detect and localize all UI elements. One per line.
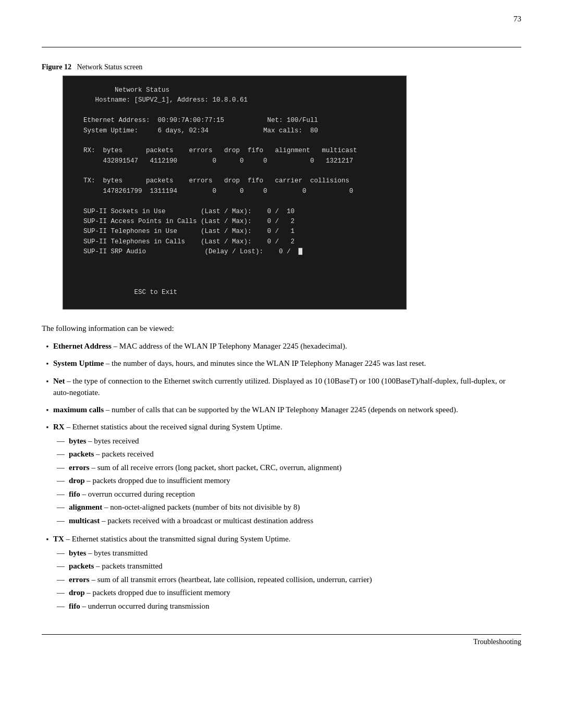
screen-sup4: SUP-II Telephones in Calls (Last / Max):… [76,237,394,247]
dash-content-rx-multicast: multicast – packets received with a broa… [69,515,521,527]
dash-content-rx-bytes: bytes – bytes received [69,435,521,447]
page-container: 73 Figure 12 Network Status screen Netwo… [0,0,563,677]
network-status-screen: Network Status Hostname: [SUPV2_1], Addr… [63,76,407,310]
screen-blank5 [76,257,394,267]
bullet-dot: • [42,340,53,353]
screen-esc-line: ESC to Exit [76,288,394,298]
dash-content-rx-packets: packets – packets received [69,448,521,460]
term-rx: RX [53,423,65,431]
dash-content-tx-packets: packets – packets transmitted [69,560,521,572]
term-tx-drop: drop [69,588,85,597]
list-item-ethernet: • Ethernet Address – MAC address of the … [42,340,521,353]
body-intro: The following information can be viewed: [42,324,521,333]
dash-content-rx-drop: drop – packets dropped due to insufficie… [69,475,521,487]
screen-rx-values: 432891547 4112190 0 0 0 0 1321217 [76,156,394,166]
dash-content-tx-errors: errors – sum of all transmit errors (hea… [69,574,521,586]
footer-text: Troubleshooting [473,638,521,646]
text-maxcalls: – number of calls that can be supported … [106,405,458,414]
text-rx: – Ethernet statistics about the received… [66,423,282,431]
term-tx-errors: errors [69,575,90,584]
term-rx-multicast: multicast [69,516,100,525]
dash-content-rx-alignment: alignment – non-octet-aligned packets (n… [69,501,521,513]
bullet-content-uptime: System Uptime – the number of days, hour… [53,357,521,369]
list-item-rx: • RX – Ethernet statistics about the rec… [42,421,521,528]
bullet-dot: • [42,375,53,388]
dash-item-rx-multicast: — multicast – packets received with a br… [53,515,521,527]
figure-number: Figure 12 [42,63,71,71]
dash-item-tx-errors: — errors – sum of all transmit errors (h… [53,574,521,586]
term-ethernet: Ethernet Address [53,342,112,350]
text-tx: – Ethernet statistics about the transmit… [66,535,291,543]
dash-content-rx-fifo: fifo – overrun occurred during reception [69,488,521,500]
term-maxcalls: maximum calls [53,405,104,414]
bullet-content-tx: TX – Ethernet statistics about the trans… [53,533,521,613]
page-number: 73 [513,15,521,23]
screen-blank2 [76,136,394,146]
dash-char: — [53,515,69,527]
rx-dash-list: — bytes – bytes received — packets – pac… [53,435,521,527]
list-item-uptime: • System Uptime – the number of days, ho… [42,357,521,370]
screen-tx-header: TX: bytes packets errors drop fifo carri… [76,176,394,186]
list-item-tx: • TX – Ethernet statistics about the tra… [42,533,521,613]
dash-char: — [53,488,69,500]
dash-char: — [53,435,69,447]
dash-content-tx-drop: drop – packets dropped due to insufficie… [69,587,521,599]
top-rule [42,47,521,47]
dash-char: — [53,547,69,559]
dash-item-rx-fifo: — fifo – overrun occurred during recepti… [53,488,521,500]
screen-blank6 [76,267,394,277]
term-uptime: System Uptime [53,359,104,367]
screen-title-line: Network Status [76,85,394,95]
bullet-dot: • [42,533,53,546]
dash-item-rx-errors: — errors – sum of all receive errors (lo… [53,462,521,474]
dash-char: — [53,560,69,572]
screen-sup2: SUP-II Access Points in Calls (Last / Ma… [76,217,394,227]
list-item-net: • Net – the type of connection to the Et… [42,375,521,399]
dash-content-tx-bytes: bytes – bytes transmitted [69,547,521,559]
term-rx-errors: errors [69,463,90,472]
text-uptime: – the number of days, hours, and minutes… [106,359,426,367]
bottom-rule [42,634,521,635]
dash-item-tx-packets: — packets – packets transmitted [53,560,521,572]
screen-sup5: SUP-II SRP Audio (Delay / Lost): 0 / █ [76,247,394,257]
text-net: – the type of connection to the Ethernet… [53,377,506,397]
dash-item-tx-fifo: — fifo – underrun occurred during transm… [53,600,521,612]
term-rx-fifo: fifo [69,490,80,498]
term-rx-bytes: bytes [69,437,86,445]
term-tx-packets: packets [69,562,94,570]
screen-blank7 [76,277,394,287]
bullet-dot: • [42,421,53,434]
figure-label: Figure 12 Network Status screen [42,63,521,71]
bullet-dot: • [42,404,53,416]
bullet-content-net: Net – the type of connection to the Ethe… [53,375,521,399]
dash-content-tx-fifo: fifo – underrun occurred during transmis… [69,600,521,612]
list-item-maxcalls: • maximum calls – number of calls that c… [42,404,521,416]
dash-item-rx-bytes: — bytes – bytes received [53,435,521,447]
screen-rx-header: RX: bytes packets errors drop fifo align… [76,146,394,156]
dash-char: — [53,448,69,460]
dash-char: — [53,501,69,513]
dash-content-rx-errors: errors – sum of all receive errors (long… [69,462,521,474]
bullet-content-ethernet: Ethernet Address – MAC address of the WL… [53,340,521,352]
term-rx-packets: packets [69,450,94,458]
dash-item-rx-alignment: — alignment – non-octet-aligned packets … [53,501,521,513]
bullet-content-rx: RX – Ethernet statistics about the recei… [53,421,521,528]
dash-char: — [53,587,69,599]
dash-char: — [53,475,69,487]
screen-sup1: SUP-II Sockets in Use (Last / Max): 0 / … [76,207,394,217]
screen-tx-values: 1478261799 1311194 0 0 0 0 0 [76,187,394,196]
dash-char: — [53,600,69,612]
term-tx-fifo: fifo [69,602,80,610]
footer: Troubleshooting [42,638,521,646]
screen-uptime-line: System Uptime: 6 days, 02:34 Max calls: … [76,126,394,136]
bullet-dot: • [42,357,53,370]
dash-char: — [53,462,69,474]
term-tx: TX [53,535,64,543]
screen-sup3: SUP-II Telephones in Use (Last / Max): 0… [76,227,394,237]
screen-eth-line: Ethernet Address: 00:90:7A:00:77:15 Net:… [76,116,394,126]
tx-dash-list: — bytes – bytes transmitted — packets – … [53,547,521,612]
text-ethernet: – MAC address of the WLAN IP Telephony M… [114,342,347,350]
screen-blank4 [76,196,394,206]
term-tx-bytes: bytes [69,549,86,557]
dash-item-tx-drop: — drop – packets dropped due to insuffic… [53,587,521,599]
